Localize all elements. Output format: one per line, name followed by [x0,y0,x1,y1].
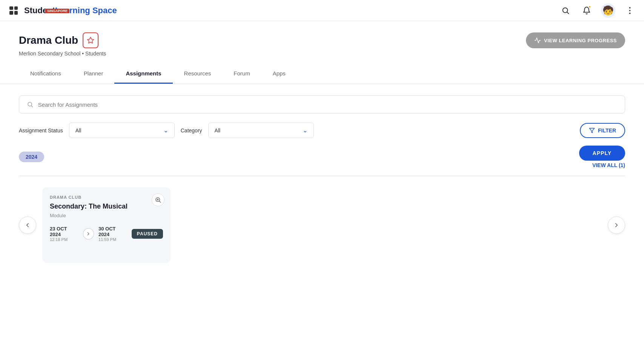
card-start-time: 12:18 PM [50,237,78,242]
category-filter-label: Category [181,127,202,134]
search-input[interactable] [38,101,617,108]
avatar[interactable]: 🧒 [601,3,615,18]
star-icon [87,37,94,44]
divider [19,176,625,176]
category-filter-value: All [215,127,221,134]
paused-badge: PAUSED [132,229,163,239]
search-button[interactable] [559,4,572,17]
card-zoom-button[interactable] [152,193,164,206]
tabs-container: Notifications Planner Assignments Resour… [0,64,644,84]
view-all-link[interactable]: VIEW ALL (1) [592,162,625,168]
apply-section: APPLY VIEW ALL (1) [579,146,625,168]
card-end-date-block: 30 OCT 2024 11:59 PM [98,226,127,242]
arrow-right-icon [86,231,91,236]
view-progress-button[interactable]: VIEW LEARNING PROGRESS [526,32,625,48]
tabs: Notifications Planner Assignments Resour… [19,64,625,84]
tab-resources[interactable]: Resources [173,64,223,84]
search-icon [27,101,34,108]
page-title-text: Drama Club [19,34,78,46]
chevron-right-icon [613,222,620,229]
apps-grid-button[interactable] [8,5,20,17]
more-vertical-icon [629,6,631,15]
svg-marker-8 [589,128,594,133]
content-area: Assignment Status All ⌄ Category All ⌄ F… [0,84,644,274]
search-icon [561,6,570,15]
card-end-time: 11:59 PM [98,237,127,242]
page-subtitle: Merlion Secondary School • Students [19,51,106,57]
status-filter-value: All [75,127,81,134]
brand-section: SINGAPORE StudentLearning Space [8,5,117,17]
main-content: Drama Club Merlion Secondary School • St… [0,21,644,353]
apply-button[interactable]: APPLY [579,146,625,161]
avatar-image: 🧒 [603,5,614,16]
tab-assignments[interactable]: Assignments [114,64,172,84]
svg-line-7 [31,106,32,107]
card-club-label: DRAMA CLUB [50,195,163,200]
carousel-container: DRAMA CLUB Secondary: The Musical Module… [19,187,625,263]
notification-button[interactable] [580,4,593,17]
card-arrow-button[interactable] [83,228,94,239]
page-title: Drama Club [19,32,106,48]
svg-point-4 [629,12,630,14]
carousel-next-button[interactable] [608,216,625,234]
chevron-left-icon [24,222,31,229]
category-filter-select[interactable]: All ⌄ [208,123,314,138]
singapore-badge: SINGAPORE [45,9,69,13]
search-bar [19,95,625,114]
card-start-date: 23 OCT 2024 [50,226,78,237]
year-apply-row: 2024 APPLY VIEW ALL (1) [19,146,625,168]
card-type: Module [50,213,163,218]
assignment-card: DRAMA CLUB Secondary: The Musical Module… [42,187,171,263]
year-badge[interactable]: 2024 [19,152,44,162]
top-navigation: SINGAPORE StudentLearning Space 🧒 [0,0,644,21]
card-title: Secondary: The Musical [50,203,163,210]
zoom-in-icon [155,196,161,203]
status-filter-select[interactable]: All ⌄ [69,123,175,138]
more-options-button[interactable] [623,4,636,17]
filters-row: Assignment Status All ⌄ Category All ⌄ F… [19,123,625,138]
card-end-date: 30 OCT 2024 [98,226,127,237]
logo: SINGAPORE StudentLearning Space [24,6,117,15]
topnav-right: 🧒 [559,3,636,18]
status-filter-label: Assignment Status [19,127,63,134]
svg-point-3 [629,10,630,11]
chevron-down-icon: ⌄ [163,127,168,134]
notification-dot [588,5,591,8]
logo-text: StudentLearning Space [24,6,117,15]
tab-apps[interactable]: Apps [261,64,297,84]
svg-line-1 [567,12,569,14]
apps-grid-icon [9,6,18,15]
svg-marker-5 [88,37,94,43]
star-button[interactable] [83,32,98,48]
filter-button[interactable]: FILTER [580,123,625,138]
svg-point-2 [629,7,630,8]
filter-icon [589,127,595,134]
tab-planner[interactable]: Planner [72,64,115,84]
chart-icon [534,37,541,44]
card-dates: 23 OCT 2024 12:18 PM 30 OCT 2024 11:59 P… [50,226,163,242]
page-title-section: Drama Club Merlion Secondary School • St… [19,32,106,57]
svg-line-10 [159,201,160,202]
card-start-date-block: 23 OCT 2024 12:18 PM [50,226,78,242]
tab-notifications[interactable]: Notifications [19,64,72,84]
chevron-down-icon-2: ⌄ [303,127,307,134]
page-header: Drama Club Merlion Secondary School • St… [0,21,644,64]
carousel-prev-button[interactable] [19,216,36,234]
tab-forum[interactable]: Forum [222,64,261,84]
